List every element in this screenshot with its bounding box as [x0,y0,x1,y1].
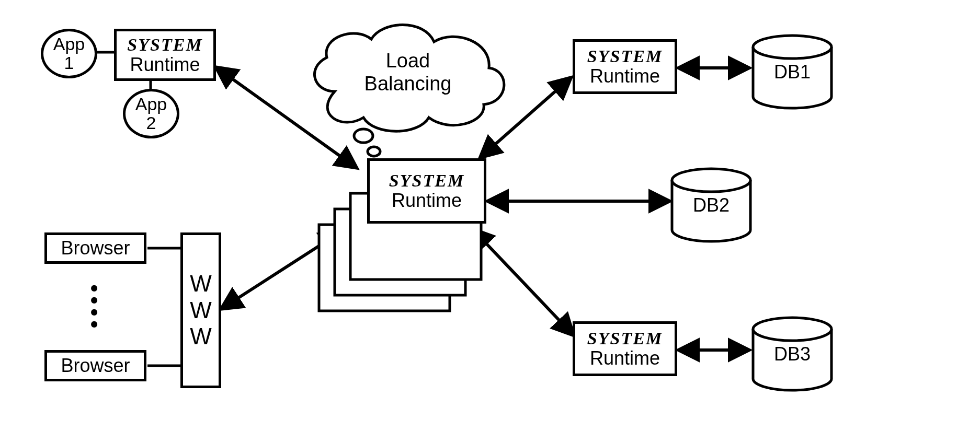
system-runtime-center: SYSTEM Runtime [367,158,486,224]
system-runtime-top-right: SYSTEM Runtime [573,39,677,94]
app1-node: App1 [41,29,97,78]
svg-point-12 [368,147,380,156]
db3-label: DB3 [774,343,811,365]
svg-point-18 [753,318,831,341]
runtime-word: Runtime [590,66,660,87]
svg-line-6 [473,230,573,334]
app2-label: App2 [135,95,167,132]
app1-label: App1 [53,35,85,72]
browser-label: Browser [61,238,130,259]
browser-bottom: Browser [44,350,146,381]
db2-label: DB2 [693,194,730,216]
system-word: SYSTEM [587,46,663,66]
www-block: WWW [180,232,221,388]
app2-node: App2 [123,89,179,138]
browser-top: Browser [44,232,146,264]
system-word: SYSTEM [587,329,663,348]
www-label: WWW [190,271,212,350]
system-word: SYSTEM [127,35,202,54]
system-runtime-top-left: SYSTEM Runtime [114,29,216,81]
runtime-word: Runtime [392,190,462,211]
system-word: SYSTEM [389,171,464,190]
svg-point-17 [672,169,750,192]
db1-label: DB1 [774,61,811,83]
runtime-word: Runtime [590,348,660,369]
system-runtime-bottom-right: SYSTEM Runtime [573,321,677,376]
svg-point-11 [354,129,373,143]
cloud-label: LoadBalancing [340,50,476,95]
ellipsis-icon: •••• [86,282,102,330]
browser-label: Browser [61,355,130,376]
runtime-word: Runtime [130,54,200,75]
svg-point-16 [753,36,831,59]
